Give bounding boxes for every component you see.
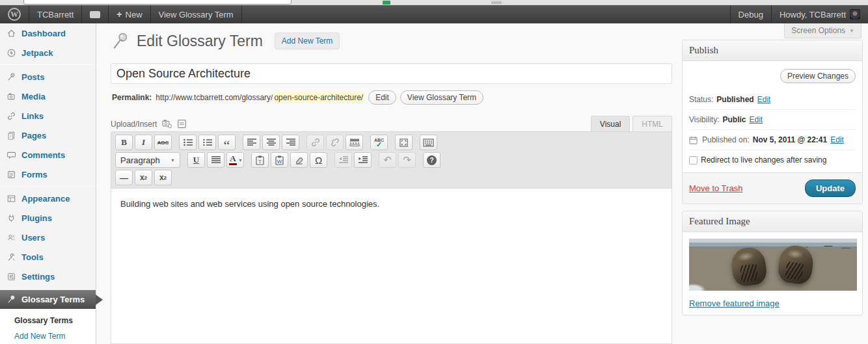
debug-menu[interactable]: Debug [730,5,771,23]
publish-box: Publish Preview Changes Status: Publishe… [682,40,863,204]
underline-button[interactable]: U [187,152,205,168]
update-button[interactable]: Update [805,179,856,197]
account-menu[interactable]: Howdy, TCBarrett [771,5,868,23]
sidebar-item-settings[interactable]: Settings [0,267,96,286]
term-title-input[interactable] [111,63,672,84]
sidebar-item-forms[interactable]: Forms [0,165,96,184]
remove-formatting-button[interactable] [290,152,308,168]
outdent-button[interactable] [334,152,352,168]
submenu-glossary-terms[interactable]: Glossary Terms [0,313,96,328]
numbered-list-button[interactable] [198,135,216,150]
blockquote-button[interactable]: “ [218,135,236,150]
sidebar-item-tools[interactable]: Tools [0,247,96,267]
screen-options-tab[interactable]: Screen Options ▼ [784,23,861,38]
spellcheck-glyph: ABC ✓ [374,138,384,147]
remove-link-button[interactable] [326,135,344,150]
superscript-button[interactable]: x2 [154,170,172,185]
sidebar-label: Jetpack [21,48,53,58]
howdy-label: Howdy, TCBarrett [780,10,846,20]
special-character-button[interactable]: Ω [310,152,327,168]
permalink-edit-button[interactable]: Edit [368,90,396,105]
sidebar-label: Users [21,233,45,243]
forms-icon [7,170,16,179]
settings-sliders-icon [7,272,16,282]
horizontal-rule-button[interactable]: — [115,170,133,185]
add-media-icon[interactable] [161,119,172,129]
move-to-trash-link[interactable]: Move to Trash [689,183,742,193]
visibility-value: Public [722,115,746,124]
bullet-list-button[interactable] [179,135,197,150]
insert-link-button[interactable] [306,135,324,150]
featured-image-title[interactable]: Featured Image [683,211,862,232]
add-new-term-button[interactable]: Add New Term [275,33,340,49]
indent-button[interactable] [354,152,372,168]
green-check-icon: ✓ [376,142,382,147]
sidebar-item-appearance[interactable]: Appearance [0,189,96,208]
redirect-label: Redirect to live changes after saving [701,155,826,165]
pages-icon [7,131,16,140]
strikethrough-button[interactable]: ABC [154,135,172,150]
add-form-icon[interactable] [177,119,187,129]
sidebar-label: Plugins [21,213,52,223]
new-content-menu[interactable]: + New [109,5,150,23]
permalink-slug[interactable]: open-source-architecture/ [273,92,364,103]
plus-icon: + [116,9,122,20]
appearance-layout-icon [7,194,16,204]
text-color-button[interactable]: A ▼ [226,152,244,168]
sidebar-item-posts[interactable]: Posts [0,67,96,86]
publish-box-title[interactable]: Publish [683,40,862,61]
spellcheck-button[interactable]: ABC ✓ [370,135,388,150]
edit-status-link[interactable]: Edit [757,95,771,104]
site-name-menu[interactable]: TCBarrett [29,5,82,23]
sidebar-item-plugins[interactable]: Plugins [0,208,96,228]
edit-visibility-link[interactable]: Edit [749,115,763,124]
sidebar-item-dashboard[interactable]: Dashboard [0,23,96,43]
permalink-base-text: http://www.tcbarrett.com/glossary/ [156,93,273,102]
sidebar-item-glossary-terms-current[interactable]: Glossary Terms [0,290,96,309]
subscript-button[interactable]: x2 [135,170,152,185]
view-glossary-term-menu[interactable]: View Glossary Term [151,5,242,23]
sidebar-item-users[interactable]: Users [0,228,96,247]
edit-published-link[interactable]: Edit [830,135,844,144]
bold-button[interactable]: B [115,135,133,150]
letter-a: A [230,155,236,163]
tab-visual[interactable]: Visual [591,116,630,131]
tab-html[interactable]: HTML [632,116,672,131]
more-tag-button[interactable] [346,135,363,150]
paste-as-text-button[interactable]: T [251,152,269,168]
sidebar-label: Tools [21,252,44,262]
subscript-digit: 2 [144,175,147,181]
sidebar-item-jetpack[interactable]: Jetpack [0,43,96,62]
editor-content-area[interactable]: Building web sites and web services usin… [111,188,672,344]
justify-button[interactable] [207,152,224,168]
sidebar-label: Glossary Terms [21,295,85,304]
align-center-button[interactable] [262,135,280,150]
help-button[interactable]: ? [423,152,441,168]
upload-insert-group: Upload/Insert [111,119,187,131]
fullscreen-button[interactable] [395,135,413,150]
remove-featured-image-link[interactable]: Remove featured image [689,298,780,308]
redo-button[interactable]: ↷ [398,152,416,168]
paragraph-format-select[interactable]: Paragraph ▼ [115,152,180,168]
sidebar-item-comments[interactable]: Comments [0,145,96,165]
featured-image-thumbnail[interactable] [689,239,857,291]
submenu-add-new-term[interactable]: Add New Term [0,328,96,344]
italic-button[interactable]: I [135,135,152,150]
undo-button[interactable]: ↶ [379,152,396,168]
wordpress-logo-menu[interactable]: W [0,5,29,23]
paste-from-word-button[interactable]: W [271,152,288,168]
align-right-button[interactable] [282,135,299,150]
photo-sand [689,276,720,291]
users-icon [7,233,16,243]
chevron-down-icon: ▼ [170,158,175,163]
sidebar-item-links[interactable]: Links [0,106,96,126]
sidebar-item-media[interactable]: Media [0,86,96,106]
letter-x: x [159,173,164,182]
preview-changes-button[interactable]: Preview Changes [780,69,856,83]
kitchen-sink-button[interactable] [420,135,437,150]
view-glossary-term-button[interactable]: View Glossary Term [400,90,483,105]
redirect-checkbox[interactable] [689,156,698,165]
sidebar-item-pages[interactable]: Pages [0,126,96,145]
comments-menu[interactable] [82,5,109,23]
align-left-button[interactable] [243,135,260,150]
